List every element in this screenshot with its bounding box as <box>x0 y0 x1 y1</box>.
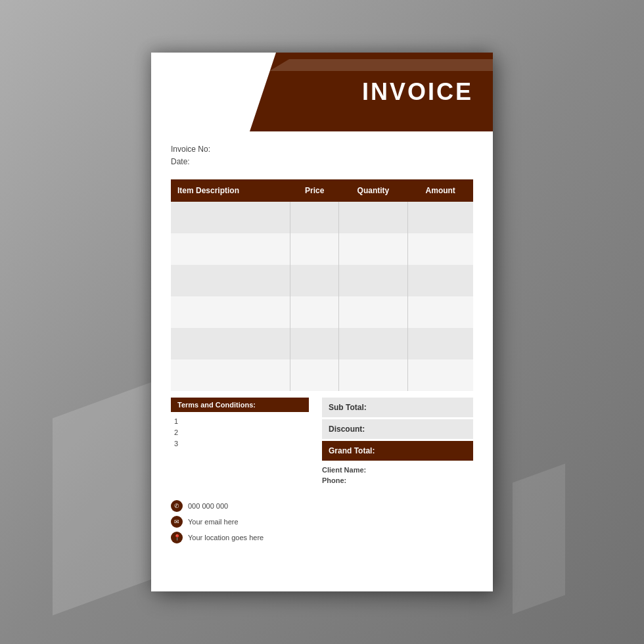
invoice-header: INVOICE <box>151 53 493 131</box>
cell-amount <box>407 328 473 359</box>
header-accent-block: INVOICE <box>250 53 493 131</box>
cell-quantity <box>338 328 407 359</box>
table-row <box>171 265 473 296</box>
location-icon: 📍 <box>171 532 183 543</box>
cell-price <box>290 296 339 328</box>
contact-email: Your email here <box>188 518 239 526</box>
table-row <box>171 233 473 265</box>
grand-total-label: Grand Total: <box>329 446 375 455</box>
contact-location-item: 📍 Your location goes here <box>171 532 473 543</box>
contact-email-item: ✉ Your email here <box>171 516 473 528</box>
cell-amount <box>407 202 473 233</box>
subtotal-row: Sub Total: <box>322 398 473 417</box>
table-header-row: Item Description Price Quantity Amount <box>171 179 473 202</box>
cell-price <box>290 265 339 296</box>
invoice-title: INVOICE <box>362 78 473 106</box>
col-description: Item Description <box>171 179 290 202</box>
client-name-label: Client Name: <box>322 466 473 474</box>
page-background: INVOICE Invoice No: Date: Item Descripti… <box>0 0 644 644</box>
col-amount: Amount <box>407 179 473 202</box>
cell-description <box>171 296 290 328</box>
terms-header: Terms and Conditions: <box>171 398 309 412</box>
cell-description <box>171 359 290 391</box>
cell-amount <box>407 296 473 328</box>
table-row <box>171 328 473 359</box>
cell-price <box>290 359 339 391</box>
cell-quantity <box>338 233 407 265</box>
invoice-no-label: Invoice No: <box>171 145 473 154</box>
subtotal-label: Sub Total: <box>329 403 367 412</box>
cell-price <box>290 202 339 233</box>
cell-quantity <box>338 296 407 328</box>
cell-quantity <box>338 265 407 296</box>
phone-icon: ✆ <box>171 500 183 512</box>
client-phone-label: Phone: <box>322 476 473 484</box>
terms-section: Terms and Conditions: 1 2 3 <box>171 398 322 487</box>
contact-section: ✆ 000 000 000 ✉ Your email here 📍 Your l… <box>151 500 493 543</box>
table-row <box>171 359 473 391</box>
cell-description <box>171 202 290 233</box>
invoice-date-label: Date: <box>171 157 473 166</box>
cell-price <box>290 328 339 359</box>
cell-description <box>171 233 290 265</box>
cell-amount <box>407 233 473 265</box>
invoice-table: Item Description Price Quantity Amount <box>171 179 473 391</box>
bg-shape-right <box>513 463 565 614</box>
terms-item-1: 1 <box>171 417 309 425</box>
terms-item-2: 2 <box>171 428 309 436</box>
email-icon: ✉ <box>171 516 183 528</box>
cell-amount <box>407 359 473 391</box>
col-quantity: Quantity <box>338 179 407 202</box>
col-price: Price <box>290 179 339 202</box>
bottom-section: Terms and Conditions: 1 2 3 Sub Total: D… <box>171 398 473 487</box>
totals-section: Sub Total: Discount: Grand Total: Client… <box>322 398 473 487</box>
discount-label: Discount: <box>329 425 365 434</box>
cell-amount <box>407 265 473 296</box>
discount-row: Discount: <box>322 419 473 439</box>
contact-phone-item: ✆ 000 000 000 <box>171 500 473 512</box>
cell-description <box>171 265 290 296</box>
invoice-paper: INVOICE Invoice No: Date: Item Descripti… <box>151 53 493 591</box>
cell-quantity <box>338 202 407 233</box>
table-row <box>171 296 473 328</box>
invoice-meta: Invoice No: Date: <box>151 131 493 179</box>
cell-description <box>171 328 290 359</box>
cell-quantity <box>338 359 407 391</box>
grand-total-row: Grand Total: <box>322 441 473 461</box>
table-row <box>171 202 473 233</box>
client-info: Client Name: Phone: <box>322 466 473 484</box>
contact-location: Your location goes here <box>188 534 264 541</box>
header-stripe <box>269 59 493 71</box>
contact-phone: 000 000 000 <box>188 502 228 510</box>
terms-item-3: 3 <box>171 440 309 448</box>
cell-price <box>290 233 339 265</box>
